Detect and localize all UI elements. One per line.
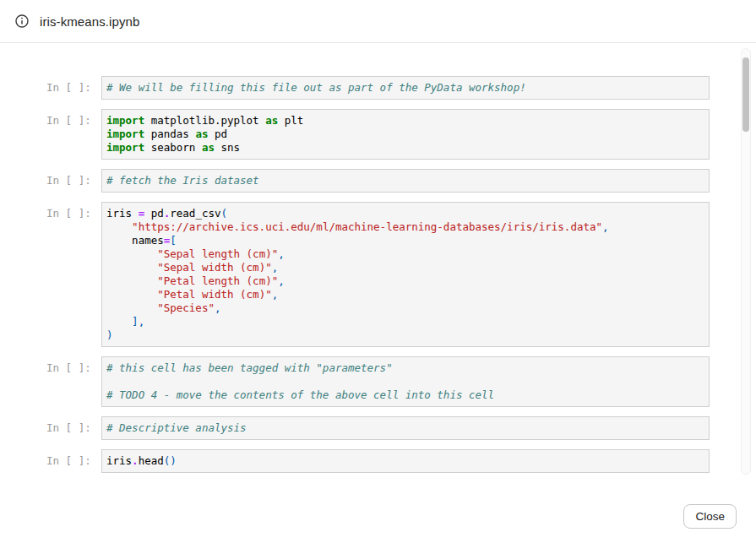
notebook-cell: In [ ]: # We will be filling this file o…	[46, 76, 710, 100]
code-token: .	[132, 454, 139, 467]
code-token: ,	[278, 274, 285, 287]
cell-prompt: In [ ]:	[46, 356, 89, 374]
cell-prompt: In [ ]:	[46, 202, 89, 220]
code-token: (	[221, 207, 228, 220]
code-token: # We will be filling this file out as pa…	[106, 81, 526, 94]
code-token	[106, 301, 157, 314]
notebook-cells: In [ ]: # We will be filling this file o…	[0, 43, 756, 473]
cell-code: # fetch the Iris dataset	[101, 169, 710, 193]
code-line: "Species",	[106, 301, 702, 315]
cell-prompt: In [ ]:	[46, 449, 89, 467]
code-token: ,	[272, 261, 279, 274]
close-button[interactable]: Close	[683, 504, 737, 529]
code-token: seaborn	[144, 141, 202, 154]
code-token: pd	[208, 128, 227, 140]
code-line: "Petal width (cm)",	[106, 288, 702, 301]
code-token: # this cell has been tagged with "parame…	[106, 361, 393, 374]
code-token: as	[202, 141, 215, 154]
code-token: "Petal width (cm)"	[157, 288, 271, 301]
code-line: "Sepal length (cm)",	[106, 247, 702, 261]
code-token: import	[106, 141, 144, 154]
code-token	[106, 220, 132, 233]
notebook-cell: In [ ]: # this cell has been tagged with…	[46, 356, 710, 407]
notebook-cell: In [ ]: # fetch the Iris dataset	[46, 169, 710, 193]
code-line: "Sepal width (cm)",	[106, 261, 702, 274]
cell-code: iris = pd.read_csv( "https://archive.ics…	[101, 202, 710, 347]
code-token: as	[195, 128, 208, 140]
code-line	[106, 375, 702, 388]
page-title: iris-kmeans.ipynb	[40, 14, 139, 29]
code-token: "Sepal length (cm)"	[157, 247, 278, 260]
cell-prompt: In [ ]:	[46, 416, 89, 434]
code-token	[106, 261, 157, 274]
code-token: sns	[215, 141, 240, 154]
code-line: ],	[106, 315, 702, 329]
code-token: pandas	[144, 128, 195, 140]
code-token: names	[106, 234, 164, 247]
code-token: "Sepal width (cm)"	[157, 261, 271, 274]
code-token: "https://archive.ics.uci.edu/ml/machine-…	[132, 220, 602, 233]
code-line: import pandas as pd	[106, 128, 702, 141]
cell-code: # Descriptive analysis	[101, 416, 710, 440]
cell-prompt: In [ ]:	[46, 76, 89, 94]
cell-code: # this cell has been tagged with "parame…	[101, 356, 710, 407]
cell-code: # We will be filling this file out as pa…	[101, 76, 710, 100]
info-icon	[15, 14, 29, 28]
file-preview-dialog: iris-kmeans.ipynb In [ ]: # We will be f…	[0, 0, 756, 543]
dialog-header: iris-kmeans.ipynb	[0, 0, 756, 43]
code-token: plt	[278, 114, 303, 127]
cell-code: import matplotlib.pyplot as pltimport pa…	[101, 109, 710, 160]
notebook-cell: In [ ]: iris = pd.read_csv( "https://arc…	[46, 202, 710, 347]
notebook-cell: In [ ]: # Descriptive analysis	[46, 416, 710, 440]
code-line: # We will be filling this file out as pa…	[106, 81, 702, 95]
code-token	[106, 288, 157, 301]
code-line: iris = pd.read_csv(	[106, 207, 702, 220]
dialog-footer: Close	[683, 504, 737, 529]
scrollbar-thumb[interactable]	[742, 57, 749, 132]
code-token: matplotlib.pyplot	[144, 114, 265, 127]
code-token: import	[106, 128, 144, 140]
code-token: head	[139, 454, 164, 467]
code-line: import seaborn as sns	[106, 141, 702, 155]
notebook-cell: In [ ]: iris.head()	[46, 449, 710, 473]
cell-prompt: In [ ]:	[46, 169, 89, 187]
code-line: "Petal length (cm)",	[106, 274, 702, 288]
code-token: ,	[602, 220, 609, 233]
code-token	[106, 274, 157, 287]
code-line: "https://archive.ics.uci.edu/ml/machine-…	[106, 220, 702, 234]
notebook-cell: In [ ]: import matplotlib.pyplot as plti…	[46, 109, 710, 160]
code-token: ()	[164, 454, 177, 467]
code-token: ,	[278, 247, 285, 260]
code-token: [	[170, 234, 177, 247]
code-token: iris	[106, 454, 132, 467]
code-token: "Petal length (cm)"	[157, 274, 278, 287]
code-line: iris.head()	[106, 454, 702, 468]
code-token: # Descriptive analysis	[106, 421, 247, 434]
code-token	[106, 247, 157, 260]
code-line: # TODO 4 - move the contents of the abov…	[106, 388, 702, 402]
code-token: pd	[144, 207, 164, 220]
code-token: import	[106, 114, 144, 127]
code-token: iris	[106, 207, 139, 220]
code-line: names=[	[106, 234, 702, 247]
code-token: # TODO 4 - move the contents of the abov…	[106, 388, 494, 401]
code-token: ],	[132, 315, 144, 328]
notebook-scroll-area: In [ ]: # We will be filling this file o…	[0, 43, 756, 481]
code-token: as	[265, 114, 278, 127]
code-line: )	[106, 329, 702, 342]
code-token: # fetch the Iris dataset	[106, 174, 259, 187]
cell-code: iris.head()	[101, 449, 710, 473]
scrollbar-track[interactable]	[741, 48, 751, 475]
code-token: ,	[215, 301, 221, 314]
cell-prompt: In [ ]:	[46, 109, 89, 127]
code-line: # fetch the Iris dataset	[106, 174, 702, 187]
code-token: read_csv	[170, 207, 220, 220]
code-token: "Species"	[157, 301, 215, 314]
code-token: ,	[272, 288, 279, 301]
code-line: import matplotlib.pyplot as plt	[106, 114, 702, 128]
code-token: )	[106, 329, 113, 341]
code-token	[106, 315, 132, 328]
code-line: # this cell has been tagged with "parame…	[106, 361, 702, 375]
code-line: # Descriptive analysis	[106, 421, 702, 435]
